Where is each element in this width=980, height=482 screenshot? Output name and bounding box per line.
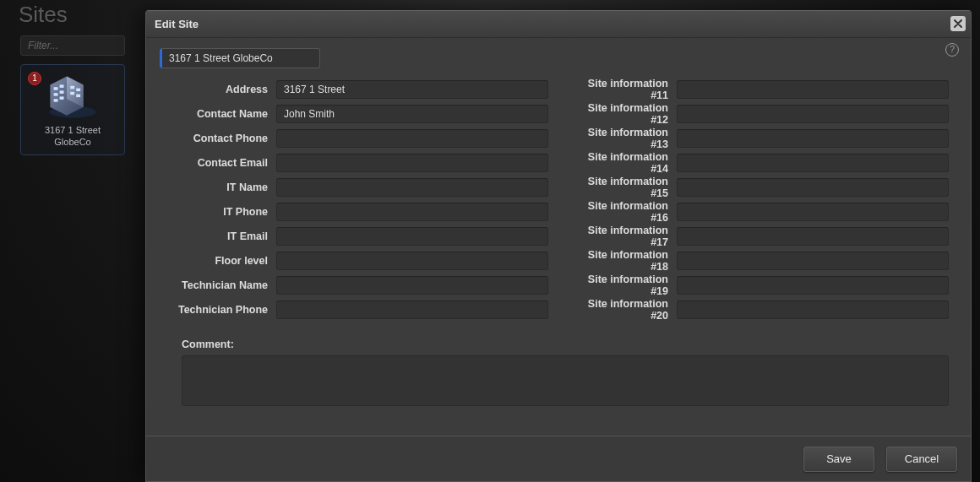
- field-label-site-information-14: Site information #14: [569, 151, 677, 175]
- form-row: Site information #20: [569, 301, 949, 319]
- form-row: Site information #15: [569, 178, 949, 197]
- form-row: Site information #17: [569, 227, 949, 246]
- form-row: Site information #12: [569, 105, 949, 123]
- svg-rect-7: [54, 99, 58, 102]
- form-row: Contact Email: [168, 154, 548, 172]
- field-input-site-information-13[interactable]: [677, 129, 949, 148]
- svg-rect-12: [76, 95, 80, 98]
- form-row: Site information #14: [569, 154, 949, 172]
- dialog-header: Edit Site: [146, 11, 971, 38]
- field-label-site-information-19: Site information #19: [569, 273, 677, 297]
- close-button[interactable]: [950, 16, 966, 31]
- field-label-contact-name: Contact Name: [168, 108, 276, 120]
- field-input-technician-phone[interactable]: [276, 301, 548, 319]
- field-input-site-information-14[interactable]: [677, 154, 949, 172]
- field-input-site-information-17[interactable]: [677, 227, 949, 246]
- form-row: IT Phone: [168, 203, 548, 221]
- form-row: IT Name: [168, 178, 548, 197]
- field-input-site-information-18[interactable]: [677, 252, 949, 270]
- field-label-it-email: IT Email: [168, 230, 276, 242]
- site-card-name: 3167 1 Street GlobeCo: [21, 124, 124, 148]
- building-icon: [42, 72, 103, 119]
- svg-rect-9: [70, 86, 74, 89]
- form-row: IT Email: [168, 227, 548, 246]
- svg-rect-6: [60, 90, 64, 94]
- form-row: Address3167 1 Street: [168, 80, 548, 99]
- field-label-address: Address: [168, 84, 276, 95]
- form-row: Site information #16: [569, 203, 949, 221]
- cancel-button[interactable]: Cancel: [886, 447, 957, 472]
- field-input-it-phone[interactable]: [276, 203, 548, 221]
- form-row: Site information #11: [569, 80, 949, 99]
- field-label-site-information-20: Site information #20: [569, 298, 677, 322]
- form-row: Site information #19: [569, 276, 949, 295]
- form-row: Floor level: [168, 252, 548, 270]
- field-label-site-information-15: Site information #15: [569, 176, 677, 199]
- field-input-floor-level[interactable]: [276, 252, 548, 270]
- svg-rect-8: [60, 96, 64, 100]
- comment-label: Comment:: [182, 338, 957, 350]
- edit-site-dialog: Edit Site ? 3167 1 Street GlobeCo Addres…: [145, 10, 972, 482]
- field-input-it-email[interactable]: [276, 227, 548, 246]
- form-row: Technician Name: [168, 276, 548, 295]
- save-button[interactable]: Save: [803, 447, 874, 472]
- field-label-site-information-11: Site information #11: [569, 78, 677, 101]
- field-input-address[interactable]: 3167 1 Street: [276, 80, 548, 99]
- field-label-site-information-12: Site information #12: [569, 102, 677, 126]
- form-row: Contact NameJohn Smith: [168, 105, 548, 123]
- field-label-site-information-13: Site information #13: [569, 127, 677, 150]
- field-input-contact-email[interactable]: [276, 154, 548, 172]
- field-input-site-information-19[interactable]: [677, 276, 949, 295]
- svg-rect-3: [54, 87, 58, 90]
- field-input-it-name[interactable]: [276, 178, 548, 197]
- form-row: Technician Phone: [168, 301, 548, 319]
- field-label-site-information-17: Site information #17: [569, 225, 677, 248]
- left-column: Address3167 1 StreetContact NameJohn Smi…: [168, 80, 548, 325]
- field-label-it-phone: IT Phone: [168, 206, 276, 218]
- field-label-site-information-16: Site information #16: [569, 200, 677, 224]
- page-title: Sites: [19, 2, 68, 28]
- svg-rect-4: [60, 84, 64, 88]
- filter-input[interactable]: Filter...: [20, 35, 125, 56]
- svg-rect-11: [70, 92, 74, 95]
- close-icon: [954, 19, 962, 28]
- field-input-site-information-16[interactable]: [677, 203, 949, 221]
- form-row: Site information #13: [569, 129, 949, 148]
- form-row: Contact Phone: [168, 129, 548, 148]
- field-label-floor-level: Floor level: [168, 255, 276, 267]
- site-name-chip[interactable]: 3167 1 Street GlobeCo: [160, 48, 320, 68]
- alert-badge: 1: [28, 72, 41, 85]
- field-input-site-information-11[interactable]: [677, 80, 949, 99]
- field-input-contact-name[interactable]: John Smith: [276, 105, 548, 123]
- field-label-contact-phone: Contact Phone: [168, 133, 276, 144]
- field-label-site-information-18: Site information #18: [569, 249, 677, 273]
- field-label-technician-name: Technician Name: [168, 279, 276, 291]
- field-label-it-name: IT Name: [168, 181, 276, 193]
- form-row: Site information #18: [569, 252, 949, 270]
- dialog-title: Edit Site: [155, 18, 199, 30]
- site-card[interactable]: 1: [20, 64, 125, 155]
- field-input-site-information-12[interactable]: [677, 105, 949, 123]
- svg-rect-10: [76, 89, 80, 92]
- comment-input[interactable]: [182, 355, 949, 406]
- svg-rect-5: [54, 93, 58, 96]
- field-input-contact-phone[interactable]: [276, 129, 548, 148]
- help-icon[interactable]: ?: [945, 43, 959, 57]
- right-column: Site information #11Site information #12…: [569, 80, 949, 325]
- field-label-technician-phone: Technician Phone: [168, 304, 276, 316]
- field-input-site-information-15[interactable]: [677, 178, 949, 197]
- field-input-site-information-20[interactable]: [677, 301, 949, 319]
- dialog-footer: Save Cancel: [146, 436, 971, 481]
- field-label-contact-email: Contact Email: [168, 157, 276, 169]
- field-input-technician-name[interactable]: [276, 276, 548, 295]
